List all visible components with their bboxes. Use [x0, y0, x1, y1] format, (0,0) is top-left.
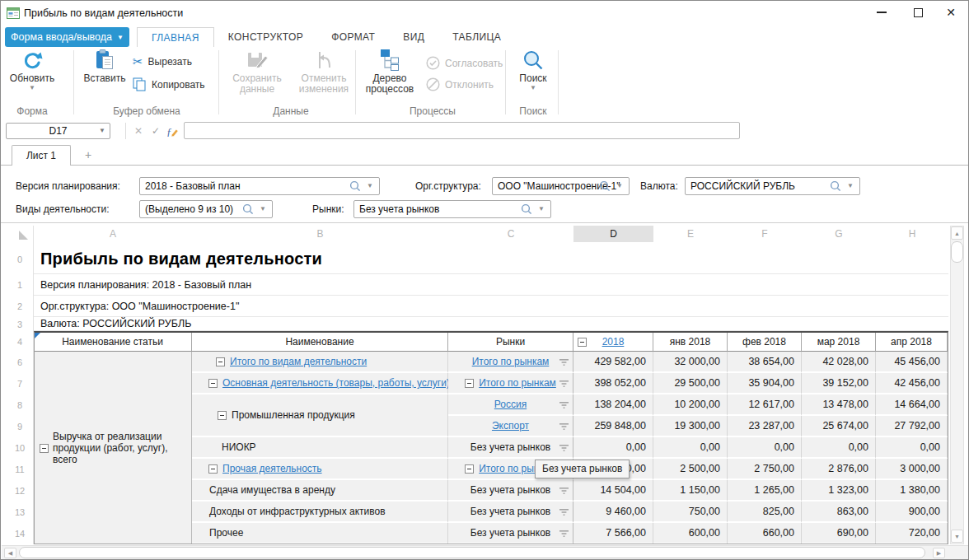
- cell-reference-box[interactable]: D17 ▼: [6, 123, 110, 139]
- activity-cell[interactable]: Итого по видам деятельности: [192, 352, 448, 373]
- process-tree-button[interactable]: Дерево процессов: [360, 49, 419, 95]
- row-header[interactable]: 6: [7, 352, 32, 373]
- column-header-a[interactable]: A: [34, 226, 192, 242]
- refresh-button[interactable]: Обновить ▼: [7, 49, 57, 91]
- value-cell[interactable]: 3 000,00: [876, 459, 948, 480]
- chevron-down-icon[interactable]: ▼: [538, 206, 545, 212]
- scroll-up-button[interactable]: ▲: [951, 226, 963, 240]
- value-cell[interactable]: 10 200,00: [653, 394, 728, 416]
- header-markets[interactable]: Рынки: [448, 333, 573, 352]
- header-month[interactable]: апр 2018: [876, 333, 948, 352]
- info-row[interactable]: Валюта: РОССИЙСКИЙ РУБЛЬ: [34, 317, 948, 331]
- magnifier-icon[interactable]: [599, 180, 611, 195]
- filter-icon[interactable]: [559, 530, 569, 537]
- vertical-scrollbar[interactable]: [950, 226, 964, 544]
- form-io-menu-button[interactable]: Форма ввода/вывода▼: [5, 27, 129, 47]
- value-cell[interactable]: 39 152,00: [802, 373, 876, 394]
- value-cell[interactable]: 23 287,00: [728, 416, 802, 437]
- value-cell[interactable]: 0,00: [802, 437, 876, 459]
- value-cell[interactable]: 14 504,00: [573, 480, 653, 502]
- value-cell[interactable]: 660,00: [728, 523, 802, 544]
- vertical-scroll-thumb[interactable]: [951, 241, 963, 263]
- value-cell[interactable]: 900,00: [876, 502, 948, 523]
- value-cell[interactable]: 0,00: [728, 437, 802, 459]
- info-row[interactable]: Орг.структура: ООО "Машиностроение-1": [34, 296, 948, 317]
- value-cell[interactable]: 138 204,00: [573, 394, 653, 416]
- activity-cell-merged[interactable]: Промышленная продукция: [192, 394, 448, 437]
- org-filter-combo[interactable]: ООО "Машиностроение-1" ▼: [492, 177, 630, 195]
- value-cell[interactable]: 0,00: [653, 437, 728, 459]
- collapse-icon[interactable]: [465, 464, 474, 474]
- filter-icon[interactable]: [559, 488, 569, 494]
- chevron-down-icon[interactable]: ▼: [367, 183, 373, 189]
- market-cell[interactable]: Без учета рынков: [448, 523, 573, 544]
- value-cell[interactable]: 600,00: [653, 523, 728, 544]
- value-cell[interactable]: 27 792,00: [876, 416, 948, 437]
- value-cell[interactable]: 25 674,00: [802, 416, 876, 437]
- column-header-c[interactable]: C: [448, 226, 573, 242]
- tab-tablitsa[interactable]: ТАБЛИЦА: [438, 27, 515, 47]
- column-header-f[interactable]: F: [728, 226, 802, 242]
- market-cell[interactable]: Итого по рынкам: [448, 352, 573, 373]
- header-month[interactable]: янв 2018: [653, 333, 728, 352]
- value-cell[interactable]: 690,00: [802, 523, 876, 544]
- row-header[interactable]: 0: [7, 245, 32, 274]
- collapse-icon[interactable]: [465, 379, 474, 388]
- scroll-left-button[interactable]: ◀: [4, 548, 16, 558]
- header-name[interactable]: Наименование: [192, 333, 448, 352]
- filter-icon[interactable]: [559, 445, 569, 451]
- search-button[interactable]: Поиск ▼: [512, 49, 555, 91]
- magnifier-icon[interactable]: [242, 203, 254, 218]
- row-header[interactable]: 10: [7, 437, 32, 459]
- activity-link[interactable]: Прочая деятельность: [222, 463, 322, 474]
- row-header[interactable]: 13: [7, 502, 32, 523]
- tab-format[interactable]: ФОРМАТ: [317, 27, 389, 47]
- horizontal-scroll-thumb[interactable]: [19, 547, 925, 558]
- currency-filter-combo[interactable]: РОССИЙСКИЙ РУБЛЬ ▼: [685, 177, 860, 195]
- value-cell[interactable]: 259 848,00: [573, 416, 653, 437]
- row-header[interactable]: 1: [7, 274, 32, 296]
- value-cell[interactable]: 1 150,00: [653, 480, 728, 502]
- value-cell[interactable]: 19 300,00: [653, 416, 728, 437]
- markets-filter-combo[interactable]: Без учета рынков ▼: [353, 200, 551, 218]
- collapse-icon[interactable]: [578, 338, 587, 347]
- value-cell[interactable]: 2 750,00: [728, 459, 802, 480]
- tab-vid[interactable]: ВИД: [389, 27, 438, 47]
- column-header-e[interactable]: E: [653, 226, 728, 242]
- filter-icon[interactable]: [559, 423, 569, 430]
- reject-button[interactable]: Отклонить: [426, 77, 494, 91]
- tab-glavnaya[interactable]: ГЛАВНАЯ: [137, 27, 214, 47]
- market-cell[interactable]: Без учета рынков: [448, 437, 573, 459]
- market-link[interactable]: Итого по рынкам: [472, 356, 550, 367]
- market-link[interactable]: Итого по рынкам: [479, 377, 556, 389]
- value-cell[interactable]: 1 265,00: [728, 480, 802, 502]
- value-cell[interactable]: 35 904,00: [728, 373, 802, 394]
- filter-icon[interactable]: [559, 402, 569, 408]
- filter-icon[interactable]: [559, 509, 569, 516]
- filter-icon[interactable]: [559, 359, 569, 366]
- value-cell[interactable]: 429 582,00: [573, 352, 653, 373]
- value-cell[interactable]: 42 456,00: [876, 373, 948, 394]
- magnifier-icon[interactable]: [830, 180, 841, 195]
- column-header-h[interactable]: H: [876, 226, 948, 242]
- market-cell[interactable]: Россия: [448, 394, 573, 416]
- value-cell[interactable]: 0,00: [573, 437, 653, 459]
- cancel-icon[interactable]: ✕: [131, 123, 146, 139]
- chevron-down-icon[interactable]: ▼: [847, 183, 854, 189]
- row-header[interactable]: 7: [7, 373, 32, 394]
- collapse-icon[interactable]: [216, 357, 225, 366]
- formula-input[interactable]: [184, 122, 740, 139]
- tab-konstruktor[interactable]: КОНСТРУКТОР: [214, 27, 317, 47]
- value-cell[interactable]: 2 876,00: [802, 459, 876, 480]
- activity-link[interactable]: Основная деятельность (товары, работы, у…: [222, 377, 450, 389]
- value-cell[interactable]: 38 654,00: [728, 352, 802, 373]
- column-header-b[interactable]: B: [192, 226, 448, 242]
- collapse-icon[interactable]: [208, 379, 218, 388]
- row-header[interactable]: 3: [7, 317, 32, 331]
- row-header[interactable]: 8: [7, 394, 32, 416]
- value-cell[interactable]: 2 500,00: [653, 459, 728, 480]
- market-link[interactable]: Россия: [494, 399, 527, 410]
- collapse-icon[interactable]: [208, 464, 218, 474]
- value-cell[interactable]: 45 456,00: [876, 352, 948, 373]
- magnifier-icon[interactable]: [349, 180, 361, 195]
